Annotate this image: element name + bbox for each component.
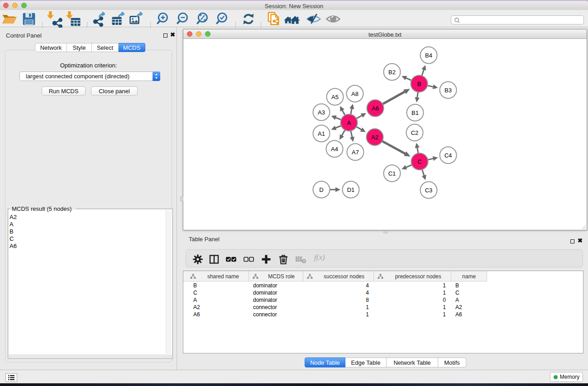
svg-text:B2: B2 [388,69,396,76]
svg-text:B3: B3 [445,87,452,94]
svg-text:A8: A8 [351,91,359,97]
svg-text:A6: A6 [372,105,379,112]
svg-text:A1: A1 [318,130,325,137]
svg-text:A5: A5 [331,94,339,100]
svg-text:B1: B1 [411,110,419,116]
svg-text:C1: C1 [388,170,396,177]
svg-text:A4: A4 [331,146,338,152]
svg-text:C2: C2 [411,129,419,136]
svg-text:D1: D1 [347,186,355,193]
svg-text:C3: C3 [425,187,433,194]
svg-text:D: D [319,186,323,193]
svg-text:C: C [417,158,421,165]
svg-text:B4: B4 [425,52,432,59]
svg-text:C4: C4 [445,152,452,159]
svg-text:A7: A7 [352,149,359,156]
svg-text:A2: A2 [371,134,378,141]
svg-text:A: A [347,119,351,126]
svg-text:A3: A3 [318,109,325,116]
svg-text:B: B [417,81,421,87]
